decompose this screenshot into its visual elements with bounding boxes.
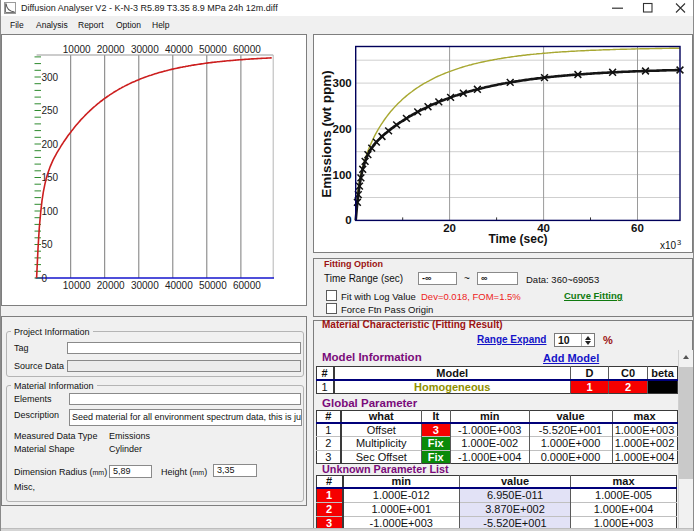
- svg-text:40000: 40000: [165, 44, 193, 55]
- svg-text:60000: 60000: [233, 44, 261, 55]
- svg-text:300: 300: [42, 72, 59, 83]
- svg-text:20000: 20000: [97, 44, 125, 55]
- svg-text:100: 100: [42, 206, 59, 217]
- svg-text:60000: 60000: [233, 280, 261, 291]
- svg-text:60: 60: [631, 222, 644, 234]
- svg-text:50000: 50000: [199, 44, 227, 55]
- svg-text:0: 0: [345, 214, 351, 226]
- svg-text:0: 0: [42, 273, 48, 284]
- svg-text:20000: 20000: [97, 280, 125, 291]
- svg-text:10000: 10000: [63, 280, 91, 291]
- svg-text:50: 50: [42, 239, 54, 250]
- svg-text:10000: 10000: [63, 44, 91, 55]
- svg-text:30000: 30000: [131, 280, 159, 291]
- svg-text:200: 200: [333, 123, 352, 135]
- svg-text:200: 200: [42, 139, 59, 150]
- svg-text:30000: 30000: [131, 44, 159, 55]
- svg-text:50000: 50000: [199, 280, 227, 291]
- svg-text:3: 3: [677, 238, 681, 247]
- svg-text:300: 300: [333, 77, 352, 89]
- svg-text:250: 250: [42, 105, 59, 116]
- svg-text:150: 150: [42, 172, 59, 183]
- svg-text:20: 20: [443, 222, 456, 234]
- svg-text:x10: x10: [660, 240, 677, 251]
- svg-text:100: 100: [333, 169, 352, 181]
- svg-text:40000: 40000: [165, 280, 193, 291]
- svg-text:Emissions (wt ppm): Emissions (wt ppm): [319, 70, 334, 198]
- svg-text:Time (sec): Time (sec): [488, 232, 547, 246]
